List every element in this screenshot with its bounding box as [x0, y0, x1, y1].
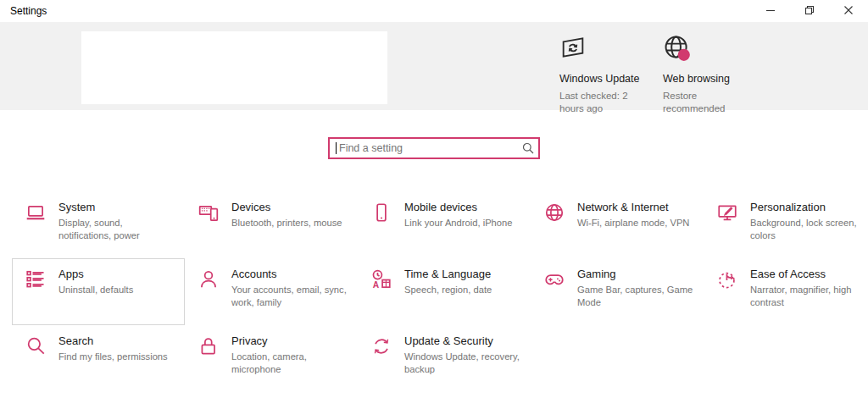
tile-title: Gaming	[577, 268, 696, 280]
system-icon	[25, 202, 47, 224]
restore-button[interactable]	[790, 0, 829, 22]
tile-subtitle: Game Bar, captures, Game Mode	[577, 284, 696, 309]
tile-title: Ease of Access	[750, 268, 868, 280]
search-category-icon	[25, 335, 47, 357]
tile-title: Update & Security	[404, 334, 523, 347]
window-title: Settings	[0, 5, 47, 17]
tile-title: Apps	[58, 268, 133, 280]
category-grid: System Display, sound, notifications, po…	[0, 191, 868, 392]
devices-icon	[198, 202, 220, 224]
tile-subtitle: Speech, region, date	[404, 284, 492, 296]
tile-subtitle: Uninstall, defaults	[58, 284, 133, 296]
time-language-icon: A	[370, 268, 392, 290]
minimize-button[interactable]	[751, 0, 790, 22]
quick-action-web-browsing[interactable]: Web browsing Restore recommended	[663, 34, 748, 115]
tile-subtitle: Find my files, permissions	[58, 351, 168, 363]
tile-personalization[interactable]: Personalization Background, lock screen,…	[704, 191, 868, 258]
text-caret	[336, 142, 337, 154]
tile-update-security[interactable]: Update & Security Windows Update, recove…	[358, 325, 531, 392]
privacy-icon	[198, 335, 220, 357]
tile-privacy[interactable]: Privacy Location, camera, microphone	[185, 325, 358, 392]
tile-title: Network & Internet	[577, 201, 689, 213]
tile-subtitle: Location, camera, microphone	[231, 351, 350, 376]
search-box	[328, 137, 540, 159]
svg-text:A: A	[373, 280, 380, 290]
search-input[interactable]	[328, 137, 540, 159]
gaming-icon	[543, 268, 565, 290]
accounts-icon	[198, 268, 220, 290]
tile-time-language[interactable]: A Time & Language Speech, region, date	[358, 258, 531, 325]
quick-action-subtitle: Restore recommended	[663, 90, 737, 115]
tile-apps[interactable]: Apps Uninstall, defaults	[12, 258, 185, 325]
web-browsing-icon	[663, 34, 697, 63]
tile-subtitle: Display, sound, notifications, power	[58, 217, 177, 242]
close-button[interactable]	[829, 0, 868, 22]
tile-ease-of-access[interactable]: Ease of Access Narrator, magnifier, high…	[704, 258, 868, 325]
window-controls	[751, 0, 868, 22]
tile-search[interactable]: Search Find my files, permissions	[12, 325, 185, 392]
quick-action-subtitle: Last checked: 2 hours ago	[559, 90, 634, 115]
quick-action-windows-update[interactable]: Windows Update Last checked: 2 hours ago	[559, 34, 644, 115]
tile-subtitle: Background, lock screen, colors	[750, 217, 868, 242]
mobile-devices-icon	[370, 202, 392, 224]
close-icon	[843, 3, 854, 19]
apps-icon	[25, 268, 47, 290]
personalization-icon	[716, 202, 738, 224]
status-dot	[678, 49, 690, 61]
tile-title: Mobile devices	[404, 201, 513, 213]
tile-subtitle: Narrator, magnifier, high contrast	[750, 284, 868, 309]
tile-subtitle: Link your Android, iPhone	[404, 217, 513, 229]
tile-gaming[interactable]: Gaming Game Bar, captures, Game Mode	[531, 258, 704, 325]
tile-subtitle: Your accounts, email, sync, work, family	[231, 284, 350, 309]
user-account-card[interactable]	[81, 31, 387, 104]
tile-subtitle: Bluetooth, printers, mouse	[231, 217, 342, 229]
ease-of-access-icon	[716, 268, 738, 290]
header-band: Windows Update Last checked: 2 hours ago…	[0, 22, 868, 110]
quick-action-title: Windows Update	[559, 73, 644, 85]
minimize-icon	[765, 3, 776, 19]
tile-mobile-devices[interactable]: Mobile devices Link your Android, iPhone	[358, 191, 531, 258]
tile-subtitle: Wi-Fi, airplane mode, VPN	[577, 217, 689, 229]
tile-devices[interactable]: Devices Bluetooth, printers, mouse	[185, 191, 358, 258]
update-security-icon	[370, 335, 392, 357]
tile-network-internet[interactable]: Network & Internet Wi-Fi, airplane mode,…	[531, 191, 704, 258]
tile-accounts[interactable]: Accounts Your accounts, email, sync, wor…	[185, 258, 358, 325]
network-internet-icon	[543, 202, 565, 224]
tile-title: Time & Language	[404, 268, 492, 280]
quick-action-title: Web browsing	[663, 73, 748, 85]
tile-title: System	[58, 201, 177, 213]
windows-update-icon	[559, 34, 593, 63]
title-bar: Settings	[0, 0, 868, 22]
restore-icon	[804, 3, 815, 19]
tile-title: Privacy	[231, 334, 350, 347]
search-icon[interactable]	[522, 142, 534, 158]
tile-title: Devices	[231, 201, 342, 213]
tile-title: Personalization	[750, 201, 868, 213]
tile-title: Accounts	[231, 268, 350, 280]
tile-title: Search	[58, 334, 168, 347]
tile-subtitle: Windows Update, recovery, backup	[404, 351, 523, 376]
tile-system[interactable]: System Display, sound, notifications, po…	[12, 191, 185, 258]
